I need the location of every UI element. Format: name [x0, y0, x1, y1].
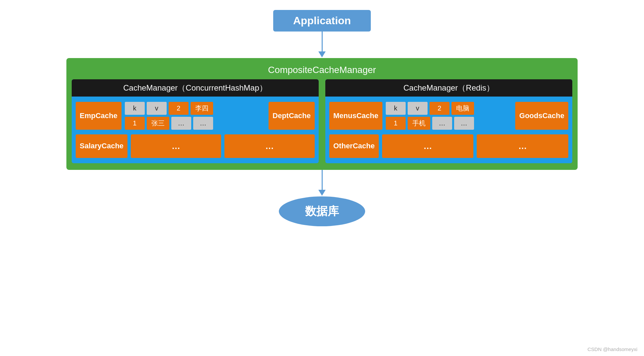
kv-cell-zhangsan: 张三: [147, 117, 169, 130]
cache-manager-left: CacheManager（ConcurrentHashMap） EmpCache…: [72, 79, 319, 163]
other-cache-label: OtherCache: [329, 134, 379, 158]
watermark: CSDN @handsomeyxi: [588, 346, 637, 352]
application-label: Application: [293, 15, 351, 27]
kv-cell-1: 1: [125, 117, 145, 130]
kv-cell-1-right: 1: [386, 117, 406, 130]
ellipsis-block-left-2: …: [224, 134, 315, 158]
kv-cell-2: 2: [169, 102, 189, 115]
kv-table-left: k v 2 李四 1 张三 … …: [125, 102, 265, 130]
cache-manager-left-title: CacheManager（ConcurrentHashMap）: [72, 79, 319, 97]
cache-row-right-2: OtherCache … …: [329, 134, 568, 158]
cache-grid-left: EmpCache k v 2 李四 1 张三: [72, 97, 319, 163]
database-label: 数据库: [305, 204, 339, 219]
kv-cell-diannao: 电脑: [451, 102, 474, 115]
kv-table-right: k v 2 电脑 1 手机 … …: [386, 102, 512, 130]
emp-cache-label: EmpCache: [76, 102, 121, 130]
cache-row-left-1: EmpCache k v 2 李四 1 张三: [76, 102, 315, 130]
composite-cache-manager-box: CompositeCacheManager CacheManager（Concu…: [66, 58, 578, 170]
cache-grid-right: MenusCache k v 2 电脑 1 手机: [325, 97, 572, 163]
ellipsis-block-left-1: …: [131, 134, 221, 158]
kv-cell-2-right: 2: [430, 102, 449, 115]
cache-row-right-1: MenusCache k v 2 电脑 1 手机: [329, 102, 568, 130]
ellipsis-block-right-1: …: [382, 134, 474, 158]
cache-managers-row: CacheManager（ConcurrentHashMap） EmpCache…: [72, 79, 572, 163]
cache-row-left-2: SalaryCache … …: [76, 134, 315, 158]
kv-header-row: k v 2 李四: [125, 102, 265, 115]
kv-cell-ellipsis4: …: [454, 117, 474, 130]
kv-cell-v: v: [147, 102, 167, 115]
goods-cache-label: GoodsCache: [515, 102, 568, 130]
kv-cell-k-right: k: [386, 102, 406, 115]
cache-manager-right-title: CacheManager（Redis）: [325, 79, 572, 97]
kv-cell-lisi: 李四: [191, 102, 213, 115]
arrow-tip-1: [318, 51, 326, 57]
kv-cell-v-right: v: [408, 102, 428, 115]
arrow-tip-2: [318, 190, 326, 196]
salary-cache-label: SalaryCache: [76, 134, 127, 158]
diagram: Application CompositeCacheManager CacheM…: [0, 0, 644, 226]
kv-data-row: 1 张三 … …: [125, 117, 265, 130]
arrow-line-2: [322, 170, 323, 190]
database-ellipse: 数据库: [279, 196, 365, 226]
ellipsis-block-right-2: …: [477, 134, 568, 158]
kv-cell-ellipsis1: …: [171, 117, 191, 130]
application-box: Application: [273, 10, 371, 32]
kv-cell-ellipsis2: …: [193, 117, 213, 130]
kv-cell-ellipsis3: …: [432, 117, 452, 130]
composite-title: CompositeCacheManager: [72, 62, 572, 79]
arrow-app-to-composite: [318, 32, 326, 58]
kv-header-row-right: k v 2 电脑: [386, 102, 512, 115]
dept-cache-label: DeptCache: [269, 102, 315, 130]
cache-manager-right: CacheManager（Redis） MenusCache k v 2: [325, 79, 572, 163]
arrow-composite-to-db: [318, 170, 326, 196]
menus-cache-label: MenusCache: [329, 102, 382, 130]
kv-data-row-right: 1 手机 … …: [386, 117, 512, 130]
arrow-line-1: [322, 32, 323, 51]
kv-cell-shouji: 手机: [408, 117, 430, 130]
kv-cell-k: k: [125, 102, 145, 115]
